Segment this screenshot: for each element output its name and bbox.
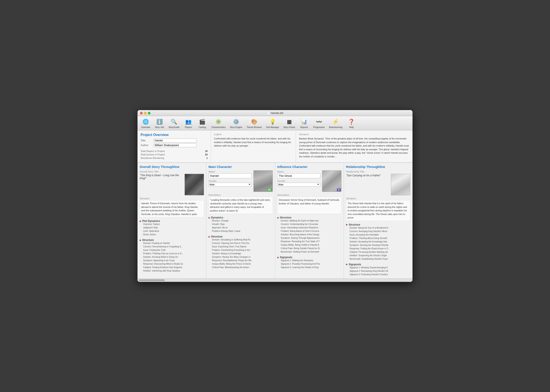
rel-structure-title: ▶ Structure: [346, 223, 410, 226]
mc-gender-select[interactable]: Male: [209, 183, 252, 187]
triangle-ic-sign: ▶: [277, 256, 279, 259]
toolbar-casting[interactable]: 🎬 Casting: [196, 117, 209, 129]
author-label: Author:: [140, 144, 153, 147]
bottom-bar: [138, 279, 412, 282]
maximize-button[interactable]: [148, 112, 150, 114]
rel-struct-2: Issue: Accepting the Inevitable: [346, 233, 410, 237]
rel-signpost-2: Signpost 3: Protecting Hamlet's Family's: [346, 273, 410, 276]
stat-scenes-value: 20: [205, 153, 208, 156]
help-label: Help: [349, 126, 354, 128]
overall-struct-3: Problem: Thinking Only as much as is N..…: [140, 252, 204, 255]
toolbar-characteristics[interactable]: ✳️ Characteristics: [209, 117, 227, 129]
toolbar-gist-manager[interactable]: 💡 Gist Manager: [265, 117, 281, 129]
overview-icon: 🌐: [142, 118, 150, 126]
mc-badge: MC: [267, 189, 272, 191]
theme-browser-label: Theme Browser: [246, 126, 262, 128]
mc-dynamics-1: Growth: Stop: [209, 223, 273, 226]
horizontal-scrollbar[interactable]: [139, 279, 411, 281]
toolbar-storyguide[interactable]: 🔍 StoryGuide: [167, 117, 181, 129]
rel-signpost-0: Signpost 1: Working Toward Avenging K: [346, 266, 410, 269]
titlebar: 📄 Hamlet.dr5: [138, 110, 412, 116]
ic-struct-4: Solution: Becoming Aware of the Goings: [277, 233, 342, 236]
dynamics-judgment: Judgment: Bad: [140, 226, 204, 230]
overall-synopsis-text: Hamlet, Prince of Denmark, returns from …: [140, 200, 204, 217]
players-icon: 👥: [185, 118, 192, 126]
casting-icon: 🎬: [198, 118, 206, 126]
rel-title-label: Relationship Title:: [346, 170, 410, 173]
rel-signpost-1: Signpost 2: Reenacting King Hamlet's M: [346, 269, 410, 273]
ic-structure: ▶ Structure Domain: Walking the Earth at…: [277, 216, 342, 254]
ic-struct-3: Problem: Being Aware of One's Circums: [277, 230, 342, 233]
toolbar-story-info[interactable]: ℹ️ Story Info: [153, 117, 166, 129]
ic-signposts: ▶ Signposts Signpost 1: Walking the Ramp…: [277, 256, 342, 269]
toolbar-reports[interactable]: 📊 Reports: [298, 117, 311, 129]
ic-struct-7: Unique Ability: Being Visible to Hamlet …: [277, 243, 342, 247]
ic-name-input[interactable]: [277, 173, 320, 178]
toolbar-players[interactable]: 👥 Players: [182, 117, 195, 129]
mc-dynamics: ▶ Dynamics Resolve: Change Growth: Stop …: [209, 216, 273, 233]
mc-dynamics-2: Approach: Be-er: [209, 226, 273, 230]
rel-struct-4: Solution: Accepting the Knowledge that: [346, 240, 410, 244]
title-input[interactable]: [153, 139, 197, 142]
ic-signposts-title: ▶ Signposts: [277, 256, 342, 259]
ic-name-gender-left: Name: Gender: Male: [277, 170, 320, 192]
overall-structure-title: ▶ Structure: [140, 238, 204, 242]
triangle-icon: ▶: [140, 220, 141, 222]
toolbar-brainstorming[interactable]: ⚡ Brainstorming: [327, 117, 344, 129]
overall-struct-2: Issue: Finding the Truth: [140, 248, 204, 252]
rel-synopsis-text: The Ghost tells Hamlet that it is the sp…: [346, 200, 410, 221]
close-button[interactable]: [140, 112, 143, 114]
influence-character-col: Influence Character Name: Gender: Male I…: [275, 163, 344, 279]
toolbar-overview[interactable]: 🌐 Overview: [139, 117, 152, 129]
mc-image: MC: [253, 170, 273, 192]
triangle-mc: ▶: [209, 217, 210, 219]
stats-block: Total Players in Project: 16 Total Scene…: [140, 149, 208, 160]
rel-title-block: "Son Carrying on for a Father": [346, 174, 410, 195]
rel-synopsis-label: Synopsis:: [346, 197, 410, 200]
mc-description-label: Description:: [209, 194, 273, 196]
author-input[interactable]: [153, 143, 197, 147]
ic-badge: IC: [337, 189, 341, 191]
overall-structure: ▶ Structure Domain: Fixating on Hamlet C…: [140, 238, 204, 273]
progression-label: Progression: [313, 126, 325, 128]
overall-plot-dynamics: ▶ Plot Dynamics Outcome: Failure Judgmen…: [140, 219, 204, 236]
toolbar-theme-browser[interactable]: 🎨 Theme Browser: [245, 117, 264, 129]
ic-struct-2: Issue: Generating Instinctive Reactions: [277, 226, 342, 230]
mc-struct-0: Domain: Simulating or Suffering Real Ps: [209, 238, 273, 242]
toolbar-progression[interactable]: 〰️ Progression: [312, 117, 326, 129]
ic-signpost-2: Signpost 3: Learning the Details of King: [277, 266, 342, 269]
main-character-col: Main Character Name: Gender: Male MC: [206, 163, 275, 279]
relationship-throughline-col: Relationship Throughline Relationship Ti…: [344, 163, 412, 279]
mc-name-input[interactable]: [209, 173, 252, 178]
overall-struct-6: Response: Discovering What Is Really Gc: [140, 262, 204, 266]
minimize-button[interactable]: [144, 112, 146, 114]
logline-label: Logline:: [214, 133, 293, 136]
toolbar-story-points[interactable]: ▦ Story Points: [282, 117, 297, 129]
rel-struct-8: Inhibitor: Suspecting the Ghost's Origin: [346, 254, 410, 257]
rel-struct-9: Benchmark: Establishing Hamlet's Futur: [346, 257, 410, 261]
ic-description-text: Deceased; former King of Denmark, husban…: [277, 197, 342, 214]
mc-struct-4: Solution: Acting on Knowledge: [209, 252, 273, 255]
scrollbar-h-thumb[interactable]: [139, 279, 165, 281]
overall-story-title-label: Overall Story Title:: [140, 170, 204, 173]
mc-dynamics-3: Problem-Solving Style: Linear: [209, 230, 273, 233]
story-info-icon: ℹ️: [156, 118, 163, 126]
overall-struct-7: Catalyst: Finding Evidence that Supports: [140, 266, 204, 269]
brainstorming-icon: ⚡: [332, 118, 340, 126]
reports-label: Reports: [300, 126, 308, 128]
storyguide-icon: 🔍: [170, 118, 178, 126]
dynamics-outcome: Outcome: Failure: [140, 223, 204, 226]
rel-struct-0: Domain: Being the Son of a Murdered Ki: [346, 226, 410, 230]
four-col-section: Overall Story Throughline Overall Story …: [138, 162, 412, 279]
rel-struct-7: Catalyst: Forseeing Another Meeting wit: [346, 250, 410, 254]
rel-title-box: "Son Carrying on for a Father": [346, 174, 389, 195]
toolbar-help[interactable]: ❓ Help: [345, 117, 358, 129]
logline-text: Confronted with evidence that his uncle …: [214, 137, 293, 148]
ic-struct-1: Concern: Understanding the Circumsta: [277, 223, 342, 226]
influence-character-title: Influence Character: [277, 165, 342, 168]
mc-struct-2: Issue: Examining One's True Nature: [209, 245, 273, 248]
ic-struct-0: Domain: Walking the Earth at Night and: [277, 219, 342, 223]
ic-gender-select[interactable]: Male: [277, 183, 320, 187]
toolbar-story-engine[interactable]: ⚙️ Story Engine: [228, 117, 244, 129]
overall-story-title-text: "The King is Dead – Long Live the King!": [140, 174, 183, 195]
